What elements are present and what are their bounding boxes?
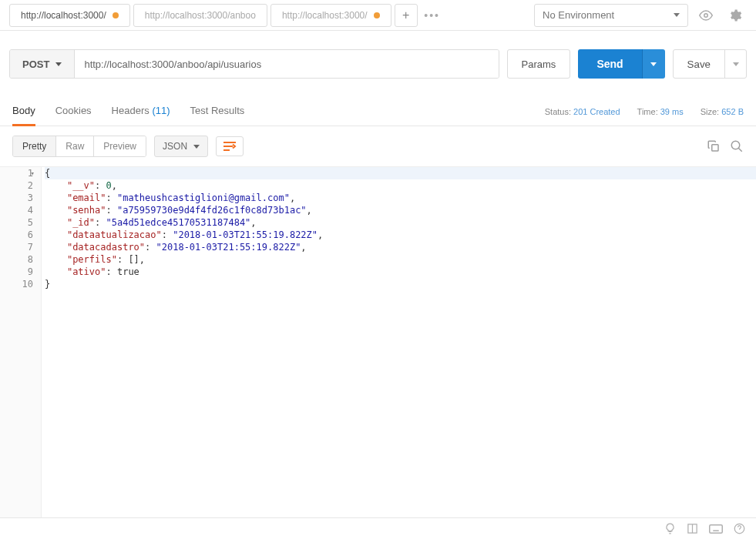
tab-1[interactable]: http://localhost:3000/anboo <box>133 4 267 27</box>
bulb-icon[interactable] <box>664 523 676 534</box>
dirty-dot-icon <box>113 12 119 18</box>
format-select[interactable]: JSON <box>154 136 208 157</box>
tab-cookies[interactable]: Cookies <box>55 97 92 126</box>
method-select[interactable]: POST <box>10 50 75 78</box>
status-bar <box>0 517 756 539</box>
response-status: Status: 201 Created Time: 39 ms Size: 65… <box>545 107 744 116</box>
plus-icon: + <box>402 8 409 22</box>
params-button[interactable]: Params <box>507 49 571 79</box>
keyboard-icon[interactable] <box>709 524 723 534</box>
headers-count: (11) <box>152 105 170 116</box>
format-label: JSON <box>163 141 187 152</box>
view-raw[interactable]: Raw <box>56 136 94 156</box>
wrap-lines-button[interactable] <box>216 136 244 156</box>
environment-select[interactable]: No Environment <box>534 4 688 27</box>
tab-headers[interactable]: Headers (11) <box>112 97 170 126</box>
gutter: 12345678910 <box>0 167 42 517</box>
request-bar: POST Params Send Save <box>0 31 756 97</box>
response-body-code[interactable]: 12345678910 { "__v": 0, "email": "matheu… <box>0 166 756 517</box>
eye-icon <box>699 8 713 22</box>
help-icon[interactable] <box>734 523 745 534</box>
send-dropdown[interactable] <box>642 49 665 79</box>
tab-label: http://localhost:3000/ <box>21 10 106 21</box>
svg-point-5 <box>731 141 740 149</box>
response-header: Body Cookies Headers (11) Test Results S… <box>0 97 756 126</box>
environment-preview-button[interactable] <box>694 4 717 27</box>
save-label: Save <box>687 59 711 70</box>
copy-icon[interactable] <box>707 139 721 153</box>
chevron-down-icon <box>55 62 62 66</box>
svg-rect-9 <box>710 524 723 533</box>
svg-point-0 <box>704 13 708 17</box>
tab-2[interactable]: http://localhost:3000/ <box>270 4 391 27</box>
view-modes: Pretty Raw Preview <box>12 136 146 157</box>
wrap-icon <box>223 141 237 152</box>
params-label: Params <box>522 59 556 70</box>
send-group: Send <box>578 49 664 79</box>
dots-icon: ••• <box>424 9 440 22</box>
dirty-dot-icon <box>374 12 380 18</box>
url-input[interactable] <box>75 50 498 78</box>
tab-body[interactable]: Body <box>12 97 35 126</box>
method-url-group: POST <box>9 49 499 79</box>
tab-overflow-button[interactable]: ••• <box>421 4 444 27</box>
settings-button[interactable] <box>724 4 747 27</box>
search-icon[interactable] <box>730 139 744 153</box>
save-dropdown[interactable] <box>724 50 746 78</box>
tab-label: http://localhost:3000/ <box>282 10 368 21</box>
tabs-bar: http://localhost:3000/ http://localhost:… <box>0 0 756 31</box>
svg-rect-4 <box>712 145 718 151</box>
tab-label: http://localhost:3000/anboo <box>145 10 256 21</box>
time-item: Time: 39 ms <box>637 107 684 116</box>
chevron-down-icon <box>650 62 657 66</box>
tabs-group: http://localhost:3000/ http://localhost:… <box>0 4 444 27</box>
response-tabs: Body Cookies Headers (11) Test Results <box>12 97 244 126</box>
code-content: { "__v": 0, "email": "matheushcastiglion… <box>42 167 756 517</box>
svg-line-6 <box>738 148 742 152</box>
method-label: POST <box>22 59 49 70</box>
top-right-controls: No Environment <box>534 4 756 27</box>
headers-label: Headers <box>112 105 150 116</box>
view-preview[interactable]: Preview <box>94 136 146 156</box>
status-item: Status: 201 Created <box>545 107 620 116</box>
size-item: Size: 652 B <box>701 107 744 116</box>
environment-label: No Environment <box>543 9 614 21</box>
save-button[interactable]: Save <box>674 50 724 78</box>
toolbar-right <box>707 139 744 153</box>
chevron-down-icon <box>733 62 739 66</box>
new-tab-button[interactable]: + <box>395 4 418 27</box>
send-button[interactable]: Send <box>578 49 641 79</box>
send-label: Send <box>596 58 623 70</box>
save-group: Save <box>673 49 747 79</box>
chevron-down-icon <box>193 145 200 149</box>
gear-icon <box>728 8 742 22</box>
panels-icon[interactable] <box>687 523 698 534</box>
tab-0[interactable]: http://localhost:3000/ <box>9 4 130 27</box>
tab-test-results[interactable]: Test Results <box>190 97 245 126</box>
view-toolbar: Pretty Raw Preview JSON <box>0 126 756 166</box>
view-pretty[interactable]: Pretty <box>13 136 56 156</box>
chevron-down-icon <box>674 13 680 17</box>
